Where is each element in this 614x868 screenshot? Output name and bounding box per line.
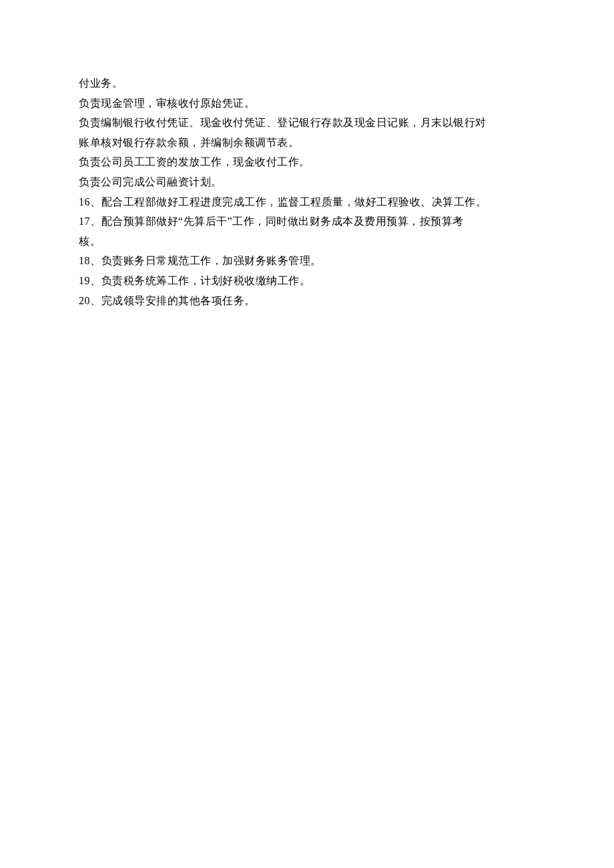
text-line: 19、负责税务统筹工作，计划好税收缴纳工作。	[79, 271, 535, 291]
document-content: 付业务。 负责现金管理，审核收付原始凭证。 负责编制银行收付凭证、现金收付凭证、…	[79, 73, 535, 310]
text-line: 负责现金管理，审核收付原始凭证。	[79, 93, 535, 113]
text-line: 16、配合工程部做好工程进度完成工作，监督工程质量，做好工程验收、决算工作。	[79, 192, 535, 212]
text-line: 账单核对银行存款余额，并编制余额调节表。	[79, 133, 535, 153]
text-line: 核。	[79, 232, 535, 252]
text-line: 负责公司完成公司融资计划。	[79, 172, 535, 192]
text-line: 18、负责账务日常规范工作，加强财务账务管理。	[79, 251, 535, 271]
text-line: 付业务。	[79, 73, 535, 93]
text-line: 20、完成领导安排的其他各项任务。	[79, 291, 535, 311]
text-line: 负责编制银行收付凭证、现金收付凭证、登记银行存款及现金日记账，月末以银行对	[79, 113, 535, 133]
text-line: 17、配合预算部做好“先算后干”工作，同时做出财务成本及费用预算，按预算考	[79, 211, 535, 232]
text-line: 负责公司员工工资的发放工作，现金收付工作。	[79, 152, 535, 172]
